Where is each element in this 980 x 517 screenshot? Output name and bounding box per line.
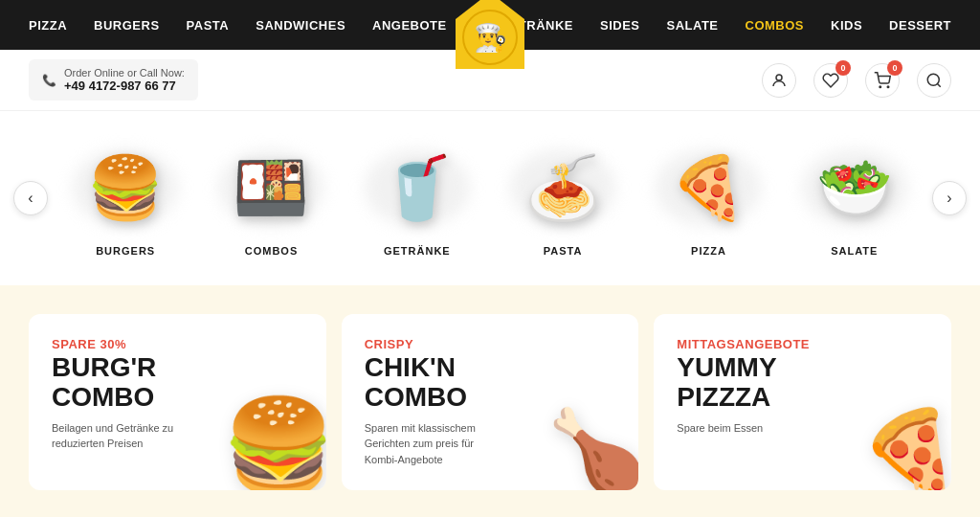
category-item-pizza[interactable]: 🍕 PIZZA	[640, 140, 776, 257]
account-button[interactable]	[762, 63, 796, 98]
nav-item-kids[interactable]: KIDS	[831, 18, 862, 33]
category-slider: ‹ 🍔 BURGERS 🍱 COMBOS 🥤 GETRÄNKE 🍝 PASTA …	[0, 111, 980, 285]
slider-prev-button[interactable]: ‹	[13, 181, 48, 215]
svg-point-0	[776, 75, 782, 80]
nav-left: PIZZABURGERSPASTASANDWICHESANGEBOTE	[29, 18, 447, 33]
nav-item-combos[interactable]: COMBOS	[746, 18, 805, 33]
promo-tag: Mittagsangebote	[677, 337, 928, 351]
category-item-burgers[interactable]: 🍔 BURGERS	[57, 140, 193, 257]
category-item-getränke[interactable]: 🥤 GETRÄNKE	[349, 140, 485, 257]
category-item-combos[interactable]: 🍱 COMBOS	[203, 140, 339, 257]
top-navigation: PIZZABURGERSPASTASANDWICHESANGEBOTE 👨‍🍳 …	[0, 0, 980, 50]
category-emoji: 🍔	[87, 152, 164, 224]
promo-title: CHIK'NCOMBO	[365, 353, 616, 413]
category-emoji: 🥤	[379, 152, 456, 224]
utility-icons: 0 0	[762, 63, 951, 98]
promo-desc: Beilagen und Getränke zureduzierten Prei…	[52, 420, 205, 452]
promo-card-0[interactable]: SPARE 30% BURG'RCOMBO Beilagen und Geträ…	[29, 314, 326, 490]
promo-desc: Spare beim Essen	[677, 420, 830, 437]
promo-title: BURG'RCOMBO	[52, 353, 303, 413]
category-image: 🥗	[792, 140, 917, 236]
promo-desc: Sparen mit klassischemGerichten zum prei…	[365, 420, 518, 468]
promo-card-1[interactable]: CRISPY CHIK'NCOMBO Sparen mit klassische…	[342, 314, 639, 490]
phone-label: Order Online or Call Now:	[64, 67, 185, 79]
wishlist-badge: 0	[835, 60, 851, 76]
nav-item-pasta[interactable]: PASTA	[187, 18, 230, 33]
promo-card-2[interactable]: Mittagsangebote YUMMYPIZZZA Spare beim E…	[654, 314, 951, 490]
category-image: 🍝	[501, 140, 625, 236]
promo-tag: SPARE 30%	[52, 337, 303, 351]
category-label: PASTA	[544, 245, 583, 257]
slider-next-button[interactable]: ›	[932, 181, 967, 215]
nav-item-burgers[interactable]: BURGERS	[94, 18, 160, 33]
logo-emoji: 👨‍🍳	[474, 22, 507, 54]
category-image: 🍕	[646, 140, 770, 236]
category-label: PIZZA	[691, 245, 726, 257]
promo-title: YUMMYPIZZZA	[677, 353, 928, 413]
category-list: 🍔 BURGERS 🍱 COMBOS 🥤 GETRÄNKE 🍝 PASTA 🍕 …	[57, 140, 923, 257]
category-emoji: 🍱	[233, 152, 309, 224]
nav-item-dessert[interactable]: DESSERT	[889, 18, 951, 33]
category-label: SALATE	[831, 245, 878, 257]
nav-right: GETRÄNKESIDESSALATECOMBOSKIDSDESSERT	[500, 18, 951, 33]
cart-badge: 0	[887, 60, 902, 76]
category-item-salate[interactable]: 🥗 SALATE	[787, 140, 923, 257]
svg-point-2	[887, 86, 889, 88]
category-label: BURGERS	[96, 245, 155, 257]
svg-point-3	[927, 74, 939, 85]
promo-text: SPARE 30% BURG'RCOMBO Beilagen und Geträ…	[52, 337, 303, 452]
nav-item-angebote[interactable]: ANGEBOTE	[372, 18, 447, 33]
nav-item-sides[interactable]: SIDES	[600, 18, 640, 33]
category-label: GETRÄNKE	[384, 245, 451, 257]
wishlist-button[interactable]: 0	[813, 63, 848, 98]
promo-tag: CRISPY	[365, 337, 616, 351]
order-info-box: 📞 Order Online or Call Now: +49 4172-987…	[29, 59, 198, 101]
phone-icon: 📞	[42, 74, 56, 87]
nav-item-sandwiches[interactable]: SANDWICHES	[256, 18, 345, 33]
promo-section: SPARE 30% BURG'RCOMBO Beilagen und Geträ…	[0, 285, 980, 517]
logo[interactable]: 👨‍🍳	[456, 0, 524, 69]
svg-line-4	[937, 83, 940, 86]
category-emoji: 🥗	[816, 152, 893, 224]
svg-point-1	[880, 86, 881, 88]
category-item-pasta[interactable]: 🍝 PASTA	[495, 140, 631, 257]
phone-number: +49 4172-987 66 77	[64, 79, 185, 93]
category-image: 🥤	[355, 140, 479, 236]
category-label: COMBOS	[245, 245, 299, 257]
search-button[interactable]	[917, 63, 951, 98]
promo-text: Mittagsangebote YUMMYPIZZZA Spare beim E…	[677, 337, 928, 436]
promo-text: CRISPY CHIK'NCOMBO Sparen mit klassische…	[365, 337, 616, 467]
cart-button[interactable]: 0	[865, 63, 900, 98]
category-image: 🍔	[63, 140, 188, 236]
category-emoji: 🍕	[670, 152, 746, 224]
nav-item-pizza[interactable]: PIZZA	[29, 18, 67, 33]
category-image: 🍱	[209, 140, 333, 236]
category-emoji: 🍝	[524, 152, 601, 224]
nav-item-salate[interactable]: SALATE	[666, 18, 718, 33]
